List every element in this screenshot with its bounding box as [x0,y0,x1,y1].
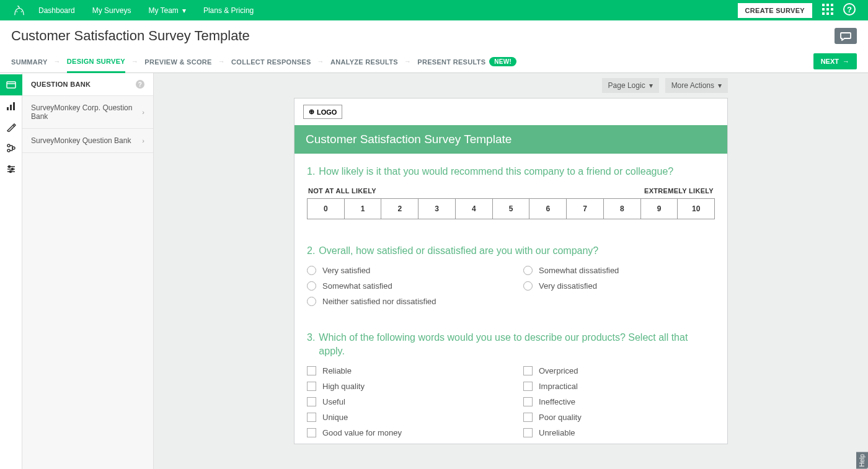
chevron-right-icon: → [317,58,324,65]
checkbox-icon [307,366,316,375]
question-3[interactable]: 3. Which of the following words would yo… [294,312,727,444]
survey-page: ⊕ LOGO Customer Satisfaction Survey Temp… [294,98,728,444]
question-2[interactable]: 2. Overall, how satisfied or dissatisfie… [294,226,727,313]
nps-cell-5[interactable]: 5 [493,199,530,219]
nps-cell-10[interactable]: 10 [678,199,714,219]
option-label: Unreliable [539,428,575,437]
q3-opt-poor-quality[interactable]: Poor quality [523,413,715,422]
comments-button[interactable] [835,28,857,44]
q2-number: 2. [307,244,315,258]
step-collect-responses[interactable]: COLLECT RESPONSES [231,51,311,72]
option-label: Reliable [322,366,352,375]
nps-cell-3[interactable]: 3 [418,199,456,219]
nps-cell-9[interactable]: 9 [641,199,678,219]
qbank-item-sm[interactable]: SurveyMonkey Question Bank › [22,129,153,153]
option-label: Unique [322,413,348,422]
checkbox-icon [307,428,316,437]
checkbox-icon [307,397,316,406]
q1-number: 1. [307,165,315,178]
svg-rect-13 [7,82,16,88]
svg-point-22 [9,171,11,173]
chevron-right-icon: → [131,58,138,65]
left-tool-rail [0,73,22,469]
q2-opt-very-dissatisfied[interactable]: Very dissatisfied [523,281,715,291]
nps-cell-2[interactable]: 2 [381,199,418,219]
step-preview-score[interactable]: PREVIEW & SCORE [144,51,211,72]
next-button[interactable]: NEXT → [813,53,857,69]
option-label: Useful [322,397,345,406]
option-label: Somewhat dissatisfied [539,266,619,275]
nav-my-team[interactable]: My Team ▾ [148,6,185,15]
nps-cell-8[interactable]: 8 [604,199,641,219]
svg-text:?: ? [847,5,852,14]
q3-opt-useful[interactable]: Useful [307,397,498,406]
nps-cell-6[interactable]: 6 [529,199,567,219]
panel-help-icon[interactable]: ? [136,80,144,89]
qbank-item-corp[interactable]: SurveyMonkey Corp. Question Bank › [22,96,153,129]
chevron-right-icon: › [142,137,144,144]
q2-opt-very-satisfied[interactable]: Very satisfied [307,266,498,275]
arrow-right-icon: → [843,58,849,65]
nps-cell-1[interactable]: 1 [345,199,382,219]
option-label: High quality [322,382,365,391]
q3-number: 3. [307,331,315,357]
question-1[interactable]: 1. How likely is it that you would recom… [294,154,727,226]
svg-rect-6 [826,8,829,11]
more-actions-button[interactable]: More Actions ▾ [665,78,728,93]
q3-opt-impractical[interactable]: Impractical [523,382,715,391]
svg-rect-9 [826,12,829,15]
nps-high-label: EXTREMELY LIKELY [644,187,714,195]
checkbox-icon [523,366,533,375]
checkbox-icon [523,413,533,422]
step-design-survey[interactable]: DESIGN SURVEY [67,50,125,73]
page-logic-button[interactable]: Page Logic ▾ [602,78,659,93]
nps-cell-4[interactable]: 4 [456,199,493,219]
survey-title[interactable]: Customer Satisfaction Survey Template [294,125,727,154]
q2-opt-somewhat-satisfied[interactable]: Somewhat satisfied [307,281,498,291]
panel-header-label: QUESTION BANK [31,81,91,88]
svg-point-0 [17,11,18,12]
rail-options[interactable] [0,159,22,180]
step-present-results[interactable]: PRESENT RESULTS [417,51,485,72]
rail-builder[interactable] [0,95,22,116]
rail-logic[interactable] [0,138,22,159]
option-label: Impractical [539,382,578,391]
step-analyze-results[interactable]: ANALYZE RESULTS [330,51,398,72]
svg-rect-4 [831,4,833,6]
svg-rect-8 [822,12,825,15]
option-label: Neither satisfied nor dissatisfied [322,297,436,306]
q3-opt-ineffective[interactable]: Ineffective [523,397,715,406]
surveymonkey-logo-icon[interactable] [12,5,26,16]
caret-down-icon: ▾ [718,81,722,90]
option-label: Very satisfied [322,266,370,275]
nav-my-surveys[interactable]: My Surveys [92,6,131,15]
nav-links: Dashboard My Surveys My Team ▾ Plans & P… [38,6,254,15]
q2-opt-neither[interactable]: Neither satisfied nor dissatisfied [307,297,498,306]
svg-rect-15 [10,105,12,110]
caret-down-icon: ▾ [182,6,186,15]
q3-opt-unreliable[interactable]: Unreliable [523,428,715,437]
step-summary[interactable]: SUMMARY [11,51,48,72]
q3-opt-good-value[interactable]: Good value for money [307,428,498,437]
create-survey-button[interactable]: CREATE SURVEY [738,3,812,18]
svg-rect-3 [826,4,829,6]
help-tab[interactable]: Help [856,452,868,469]
svg-point-1 [21,11,22,12]
add-logo-label: LOGO [317,108,337,116]
q3-opt-high-quality[interactable]: High quality [307,382,498,391]
q2-opt-somewhat-dissatisfied[interactable]: Somewhat dissatisfied [523,266,715,275]
checkbox-icon [307,382,316,391]
q3-opt-overpriced[interactable]: Overpriced [523,366,715,375]
checkbox-icon [307,413,316,422]
rail-question-bank[interactable] [0,74,22,95]
q3-opt-unique[interactable]: Unique [307,413,498,422]
help-icon[interactable]: ? [843,3,856,17]
nps-cell-0[interactable]: 0 [308,199,345,219]
nav-plans-pricing[interactable]: Plans & Pricing [203,6,254,15]
q3-opt-reliable[interactable]: Reliable [307,366,498,375]
add-logo-button[interactable]: ⊕ LOGO [303,105,342,119]
rail-appearance[interactable] [0,116,22,138]
apps-grid-icon[interactable] [822,4,833,17]
nav-dashboard[interactable]: Dashboard [38,6,75,15]
nps-cell-7[interactable]: 7 [567,199,604,219]
